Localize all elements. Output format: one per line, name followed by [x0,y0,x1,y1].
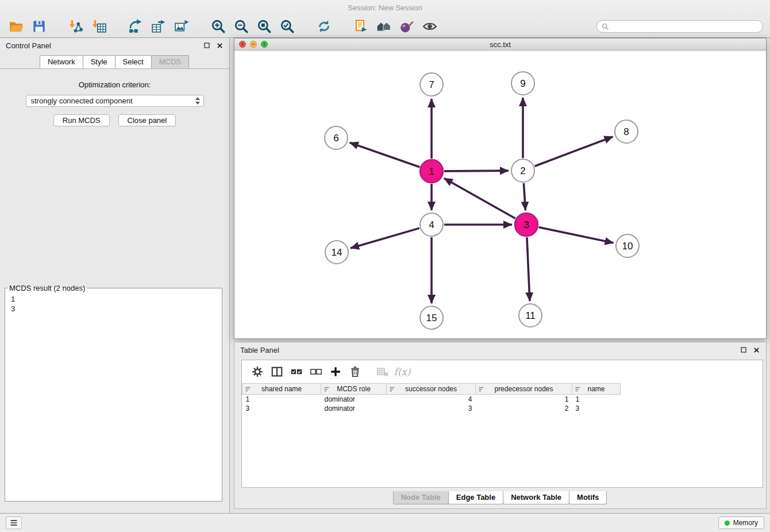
window-titlebar[interactable]: Session: New Session [0,0,770,16]
edge-3-1[interactable] [444,178,515,218]
cell-predecessor-nodes[interactable]: 2 [476,404,572,413]
delete-row-icon[interactable] [345,363,365,380]
zoom-selected-icon[interactable] [276,17,299,36]
node-3[interactable]: 3 [515,213,538,236]
node-4[interactable]: 4 [420,213,443,236]
add-row-icon[interactable] [326,363,345,380]
control-panel-title: Control Panel [6,41,203,50]
toolbar-group [64,17,110,36]
table-row[interactable]: 1dominator411 [242,395,763,404]
column-header-successor-nodes[interactable]: successor nodes [387,384,476,395]
node-9[interactable]: 9 [511,72,534,95]
edge-1-2[interactable] [444,171,509,171]
run-mcds-button[interactable]: Run MCDS [53,114,110,126]
delete-table-icon[interactable] [373,363,392,380]
toolbar-group [5,17,51,36]
export-image-icon[interactable] [170,17,193,36]
edge-2-8[interactable] [535,137,613,166]
optimization-criterion-label: Optimization criterion: [0,80,229,89]
style-brush-icon[interactable] [395,17,418,36]
panel-menu-icon[interactable] [6,516,22,529]
column-header-shared-name[interactable]: shared name [242,384,321,395]
save-session-icon[interactable] [28,17,51,36]
eye-icon[interactable] [418,17,441,36]
node-label: 3 [523,219,529,230]
cell-predecessor-nodes[interactable]: 1 [476,395,572,404]
edge-3-10[interactable] [539,228,614,243]
table-row[interactable]: 3dominator323 [242,404,763,413]
tab-network[interactable]: Network [40,55,83,68]
tab-network-table[interactable]: Network Table [503,491,569,504]
import-network-icon[interactable] [64,17,87,36]
cell-shared-name[interactable]: 1 [242,395,321,404]
tab-node-table[interactable]: Node Table [393,491,449,504]
show-columns-icon[interactable] [267,363,287,380]
refresh-icon[interactable] [313,17,336,36]
function-builder-icon[interactable]: f(x) [392,363,412,380]
duplicate-network-icon[interactable] [349,17,372,36]
cell-name[interactable]: 1 [572,395,621,404]
edge-2-3[interactable] [523,183,525,210]
close-table-panel-icon[interactable] [752,346,760,354]
node-1[interactable]: 1 [420,160,443,183]
cell-shared-name[interactable]: 3 [242,404,321,413]
tab-edge-table[interactable]: Edge Table [448,491,503,504]
table-settings-icon[interactable] [248,363,267,380]
home-icon[interactable] [372,17,395,36]
cell-successor-nodes[interactable]: 4 [387,395,476,404]
column-header-predecessor-nodes[interactable]: predecessor nodes [476,384,572,395]
export-network-icon[interactable] [124,17,147,36]
cell-mcds-role[interactable]: dominator [321,395,387,404]
zoom-in-icon[interactable] [207,17,230,36]
cell-successor-nodes[interactable]: 3 [387,404,476,413]
table-panel-header: Table Panel [234,342,766,357]
column-header-filler [621,384,763,395]
close-panel-icon[interactable] [215,41,224,49]
node-8[interactable]: 8 [615,120,638,143]
export-table-icon[interactable] [147,17,170,36]
zoom-out-icon[interactable] [230,17,253,36]
node-10[interactable]: 10 [616,234,639,257]
node-15[interactable]: 15 [420,306,443,329]
node-label: 1 [429,166,434,177]
memory-button[interactable]: Memory [718,516,764,529]
float-table-panel-icon[interactable] [740,346,748,354]
open-session-icon[interactable] [5,17,28,36]
node-14[interactable]: 14 [325,241,348,264]
float-panel-icon[interactable] [203,41,211,49]
search-input[interactable] [613,22,758,31]
toolbar-group [313,17,336,36]
dropdown-stepper-icon [195,97,201,105]
tab-style[interactable]: Style [83,55,116,68]
node-label: 4 [429,219,434,230]
tab-mcds[interactable]: MCDS [151,55,189,68]
column-header-mcds-role[interactable]: MCDS role [321,384,387,395]
unselect-all-icon[interactable] [306,363,326,380]
close-panel-button[interactable]: Close panel [118,114,176,126]
node-6[interactable]: 6 [325,126,348,149]
node-7[interactable]: 7 [420,73,443,96]
tab-motifs[interactable]: Motifs [569,491,607,504]
table-panel-title: Table Panel [240,346,740,354]
mcds-result-list[interactable]: 13 [5,294,222,314]
node-11[interactable]: 11 [519,304,542,327]
node-label: 8 [623,126,629,137]
node-label: 10 [622,241,633,252]
node-2[interactable]: 2 [511,159,534,182]
network-canvas[interactable]: 7968124314101511 [234,51,766,338]
select-all-icon[interactable] [287,363,306,380]
network-window-titlebar[interactable]: scc.txt [234,38,766,51]
control-panel-header: Control Panel [0,38,229,53]
tab-select[interactable]: Select [115,55,152,68]
cell-filler [621,404,763,413]
edge-1-6[interactable] [350,142,420,167]
edge-4-14[interactable] [351,228,419,248]
cell-name[interactable]: 3 [572,404,621,413]
search-box[interactable] [596,20,763,33]
edge-3-11[interactable] [527,237,530,301]
cell-mcds-role[interactable]: dominator [321,404,387,413]
column-header-name[interactable]: name [572,384,621,395]
optimization-dropdown[interactable]: strongly connected component [26,95,204,107]
import-table-icon[interactable] [87,17,110,36]
zoom-fit-icon[interactable] [253,17,276,36]
